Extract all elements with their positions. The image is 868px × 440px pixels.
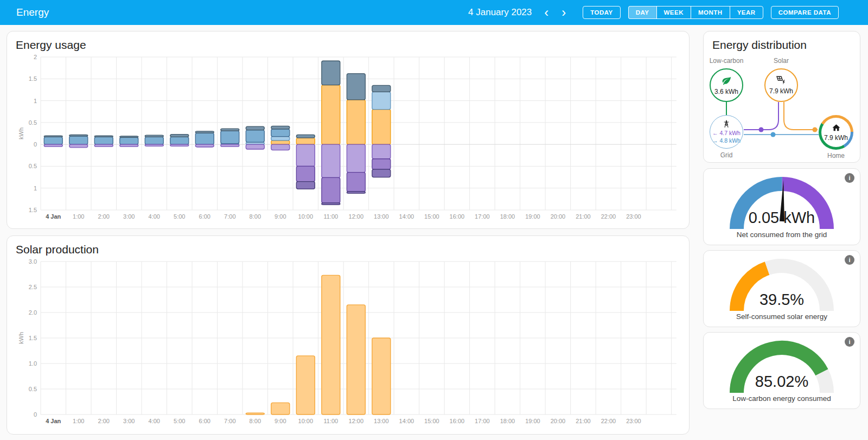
tab-year[interactable]: YEAR: [730, 6, 763, 19]
svg-text:17:00: 17:00: [475, 213, 490, 220]
energy-usage-card: Energy usage 21.510.500.511.5kWh4 Jan1:0…: [7, 31, 690, 229]
svg-text:21:00: 21:00: [576, 418, 591, 424]
low-carbon-value: 3.6 kWh: [714, 88, 738, 95]
svg-text:14:00: 14:00: [399, 213, 414, 220]
tab-week[interactable]: WEEK: [656, 6, 692, 19]
svg-text:16:00: 16:00: [450, 213, 465, 220]
svg-text:22:00: 22:00: [601, 418, 616, 424]
svg-text:12:00: 12:00: [349, 418, 364, 424]
svg-text:4:00: 4:00: [149, 418, 160, 424]
svg-text:1: 1: [34, 98, 37, 104]
summary-column: Energy distribution Low-carbon Solar Gri…: [703, 31, 860, 435]
svg-text:11:00: 11:00: [323, 418, 338, 424]
compare-data-button[interactable]: COMPARE DATA: [771, 6, 839, 19]
grid-consumed-value: → 4.8 kWh: [712, 137, 741, 144]
svg-text:11:00: 11:00: [323, 213, 338, 220]
grid-neutrality-gauge: [725, 174, 839, 237]
svg-text:2:00: 2:00: [98, 213, 110, 220]
svg-text:19:00: 19:00: [525, 213, 540, 220]
svg-text:1.5: 1.5: [29, 207, 37, 213]
svg-text:22:00: 22:00: [601, 213, 616, 220]
svg-text:20:00: 20:00: [551, 213, 566, 220]
prev-day-button[interactable]: ‹: [539, 5, 553, 20]
today-button[interactable]: TODAY: [583, 6, 621, 19]
svg-text:18:00: 18:00: [500, 418, 515, 424]
low-carbon-gauge-label: Low-carbon energy consumed: [704, 394, 860, 403]
grid-neutrality-gauge-card: i 0.05 kWh Net consumed from the grid: [703, 168, 860, 245]
svg-text:18:00: 18:00: [500, 213, 515, 220]
svg-text:23:00: 23:00: [626, 418, 641, 424]
grid-label: Grid: [720, 151, 733, 159]
svg-text:1.0: 1.0: [29, 360, 37, 367]
solar-value: 7.9 kWh: [769, 87, 793, 95]
low-carbon-label: Low-carbon: [710, 57, 744, 65]
app-header: Energy 4 January 2023 ‹ › TODAY DAY WEEK…: [0, 0, 868, 25]
solar-production-card: Solar production 3.02.52.01.51.00.50kWh4…: [7, 235, 690, 435]
info-icon[interactable]: i: [845, 255, 854, 265]
grid-neutrality-label: Net consumed from the grid: [704, 231, 860, 239]
svg-text:10:00: 10:00: [298, 213, 314, 220]
period-toggle-group: DAY WEEK MONTH YEAR: [628, 6, 763, 19]
tab-month[interactable]: MONTH: [691, 6, 730, 19]
svg-text:2.0: 2.0: [29, 309, 37, 316]
svg-text:6:00: 6:00: [199, 213, 210, 220]
svg-text:3:00: 3:00: [123, 213, 135, 220]
svg-text:16:00: 16:00: [450, 418, 465, 424]
svg-text:17:00: 17:00: [475, 418, 490, 424]
grid-node: ← 4.7 kWh → 4.8 kWh: [710, 115, 743, 149]
self-consumed-gauge-card: i 39.5% Self-consumed solar energy: [703, 250, 860, 327]
svg-text:3.0: 3.0: [29, 258, 37, 265]
self-consumed-value: 39.5%: [704, 291, 860, 309]
svg-text:1.5: 1.5: [29, 75, 37, 82]
low-carbon-gauge-value: 85.02%: [704, 373, 860, 391]
home-label: Home: [827, 152, 845, 160]
svg-text:0.5: 0.5: [29, 163, 37, 169]
svg-text:1: 1: [34, 185, 37, 192]
svg-text:8:00: 8:00: [250, 213, 261, 220]
svg-text:23:00: 23:00: [626, 213, 641, 220]
solar-power-icon: [775, 75, 787, 87]
tab-day[interactable]: DAY: [628, 6, 657, 19]
svg-text:4 Jan: 4 Jan: [46, 213, 61, 220]
info-icon[interactable]: i: [845, 337, 854, 347]
solar-node: 7.9 kWh: [764, 68, 798, 102]
svg-text:19:00: 19:00: [525, 418, 540, 424]
svg-text:kWh: kWh: [18, 332, 24, 344]
energy-usage-chart[interactable]: 21.510.500.511.5kWh4 Jan1:002:003:004:00…: [16, 54, 680, 223]
page-title: Energy: [16, 7, 49, 18]
transmission-tower-icon: [722, 119, 731, 130]
svg-text:10:00: 10:00: [298, 418, 314, 424]
svg-text:21:00: 21:00: [576, 213, 591, 220]
svg-text:15:00: 15:00: [424, 213, 439, 220]
svg-text:0: 0: [34, 141, 37, 148]
svg-text:kWh: kWh: [18, 127, 24, 139]
svg-text:4 Jan: 4 Jan: [46, 418, 61, 424]
svg-text:20:00: 20:00: [551, 418, 566, 424]
home-icon: [832, 123, 841, 134]
svg-text:5:00: 5:00: [174, 213, 185, 220]
charts-column: Energy usage 21.510.500.511.5kWh4 Jan1:0…: [7, 31, 690, 435]
low-carbon-gauge: [725, 337, 839, 400]
svg-text:6:00: 6:00: [199, 418, 210, 424]
solar-production-title: Solar production: [7, 236, 689, 257]
grid-neutrality-value: 0.05 kWh: [704, 209, 860, 227]
date-label: 4 January 2023: [468, 7, 532, 18]
info-icon[interactable]: i: [845, 173, 854, 183]
svg-text:2:00: 2:00: [98, 418, 110, 424]
energy-usage-title: Energy usage: [7, 31, 689, 53]
svg-text:1:00: 1:00: [73, 213, 84, 220]
low-carbon-node: 3.6 kWh: [710, 68, 743, 102]
main-content: Energy usage 21.510.500.511.5kWh4 Jan1:0…: [0, 25, 868, 435]
home-node: 7.9 kWh: [819, 115, 853, 150]
self-consumed-gauge: [725, 256, 839, 318]
svg-text:14:00: 14:00: [399, 418, 414, 424]
home-value: 7.9 kWh: [824, 134, 848, 142]
svg-text:7:00: 7:00: [224, 213, 235, 220]
svg-text:0.5: 0.5: [29, 386, 37, 392]
low-carbon-gauge-card: i 85.02% Low-carbon energy consumed: [703, 332, 860, 409]
next-day-button[interactable]: ›: [557, 5, 571, 20]
svg-text:4:00: 4:00: [149, 213, 160, 220]
solar-production-chart[interactable]: 3.02.52.01.51.00.50kWh4 Jan1:002:003:004…: [16, 258, 680, 428]
svg-text:1.5: 1.5: [29, 335, 37, 341]
svg-text:0.5: 0.5: [29, 119, 37, 126]
